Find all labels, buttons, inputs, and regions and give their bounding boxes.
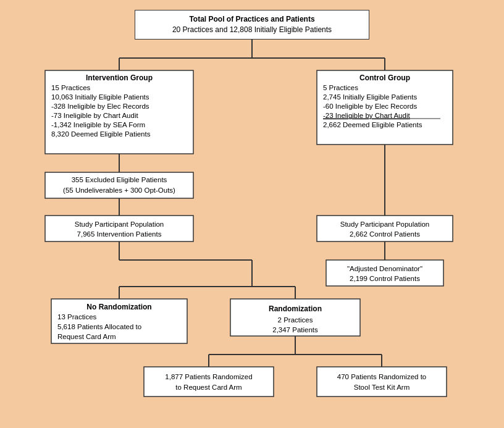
svg-text:Study Participant Population: Study Participant Population	[340, 220, 429, 228]
svg-text:2,199 Control Patients: 2,199 Control Patients	[350, 275, 420, 282]
flow-svg: Intervention Group 15 Practices 10,063 I…	[11, 40, 493, 428]
pool-box: Total Pool of Practices and Patients 20 …	[135, 10, 369, 40]
svg-text:-73 Ineligible by Chart Audit: -73 Ineligible by Chart Audit	[51, 112, 138, 119]
svg-text:2,662 Deemed Eligible Patients: 2,662 Deemed Eligible Patients	[323, 121, 422, 128]
svg-text:5,618 Patients Allocated to: 5,618 Patients Allocated to	[57, 323, 141, 330]
svg-text:2 Practices: 2 Practices	[278, 316, 313, 324]
svg-text:-328 Ineligible by Elec Record: -328 Ineligible by Elec Records	[51, 103, 149, 110]
svg-text:Randomization: Randomization	[269, 304, 322, 313]
svg-text:No Randomization: No Randomization	[86, 303, 151, 311]
svg-rect-58	[317, 367, 447, 397]
svg-text:2,347 Patients: 2,347 Patients	[272, 326, 318, 334]
svg-text:2,662 Control Patients: 2,662 Control Patients	[350, 230, 420, 238]
svg-text:7,965 Intervention Patients: 7,965 Intervention Patients	[77, 230, 162, 238]
svg-text:"Adjusted Denominator": "Adjusted Denominator"	[347, 265, 422, 272]
svg-text:5 Practices: 5 Practices	[323, 84, 358, 91]
svg-text:Request Card Arm: Request Card Arm	[57, 333, 116, 340]
svg-rect-55	[144, 367, 274, 397]
svg-text:-60 Ineligible by Elec Records: -60 Ineligible by Elec Records	[323, 103, 417, 110]
svg-text:1,877 Patients Randomized: 1,877 Patients Randomized	[165, 373, 252, 380]
svg-text:10,063 Initially Eligible Pati: 10,063 Initially Eligible Patients	[51, 93, 149, 101]
svg-text:-23 Ineligible by Chart Audit: -23 Ineligible by Chart Audit	[323, 112, 410, 119]
svg-text:(55 Undeliverables + 300 Opt-O: (55 Undeliverables + 300 Opt-Outs)	[63, 187, 175, 194]
svg-text:13 Practices: 13 Practices	[57, 313, 97, 321]
svg-text:8,320 Deemed Eligible Patients: 8,320 Deemed Eligible Patients	[51, 130, 151, 138]
svg-text:15 Practices: 15 Practices	[51, 84, 91, 91]
svg-text:-1,342 Ineligible by SEA Form: -1,342 Ineligible by SEA Form	[51, 121, 145, 128]
svg-text:Intervention Group: Intervention Group	[86, 73, 153, 82]
pool-title: Total Pool of Practices and Patients	[141, 14, 363, 25]
pool-sub: 20 Practices and 12,808 Initially Eligib…	[141, 25, 363, 35]
svg-text:Stool Test Kit Arm: Stool Test Kit Arm	[354, 384, 410, 391]
svg-text:355 Excluded Eligible Patients: 355 Excluded Eligible Patients	[72, 176, 167, 183]
svg-text:Study Participant Population: Study Participant Population	[75, 220, 164, 228]
svg-text:Control Group: Control Group	[359, 73, 410, 82]
svg-text:470 Patients Randomized to: 470 Patients Randomized to	[337, 373, 426, 380]
flow-diagram: Total Pool of Practices and Patients 20 …	[10, 10, 494, 428]
svg-text:to Request Card Arm: to Request Card Arm	[175, 384, 242, 391]
svg-text:2,745 Initially Eligible Patie: 2,745 Initially Eligible Patients	[323, 93, 417, 101]
